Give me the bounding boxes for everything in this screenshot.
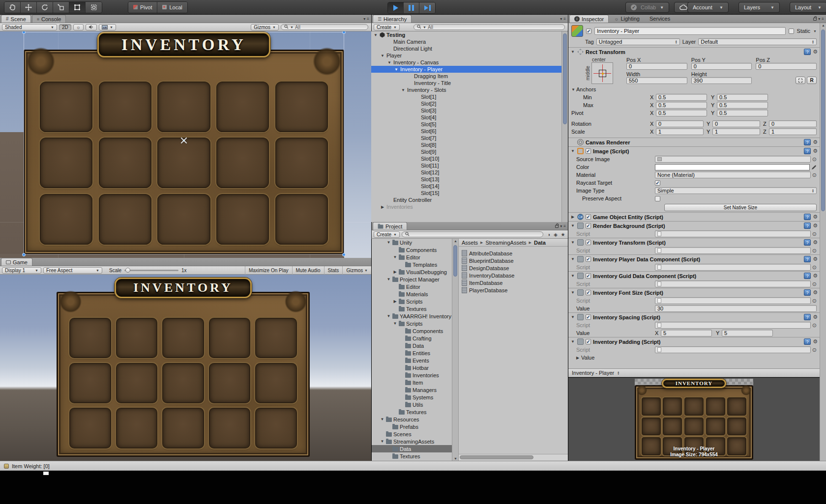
- component-enabled-checkbox[interactable]: ✓: [586, 256, 591, 262]
- 2d-toggle[interactable]: 2D: [59, 24, 71, 30]
- pos-z-field[interactable]: 0: [756, 63, 817, 70]
- aspect-dropdown[interactable]: Free Aspect▼: [43, 267, 102, 274]
- breadcrumb-assets[interactable]: Assets: [462, 240, 478, 246]
- foldout-open-icon[interactable]: ▼: [570, 290, 575, 295]
- help-book-icon[interactable]: ?: [804, 214, 811, 220]
- project-search-input[interactable]: [402, 231, 543, 237]
- scroll-up-arrow[interactable]: ▲: [820, 24, 826, 27]
- object-picker-icon[interactable]: ⊙: [812, 156, 817, 163]
- object-picker-icon[interactable]: ⊙: [812, 264, 817, 271]
- scene-panel-menu[interactable]: ▾≡: [363, 15, 369, 23]
- foldout-open-icon[interactable]: ▼: [386, 240, 391, 245]
- mute-audio-toggle[interactable]: Mute Audio: [292, 266, 324, 275]
- project-folder-row[interactable]: ▼Resources: [372, 416, 452, 423]
- foldout-open-icon[interactable]: ▼: [394, 67, 399, 72]
- move-tool-button[interactable]: [21, 2, 37, 13]
- project-file-row[interactable]: InventoryDatabase: [459, 272, 568, 279]
- game-view[interactable]: INVENTORY: [0, 275, 371, 461]
- gear-icon[interactable]: ⚙: [813, 338, 818, 345]
- hierarchy-row[interactable]: Directional Light: [371, 45, 568, 52]
- pause-button[interactable]: [404, 2, 419, 13]
- help-book-icon[interactable]: ?: [804, 148, 811, 154]
- hierarchy-row[interactable]: Slot[15]: [371, 190, 568, 196]
- project-files-hscrollbar-thumb[interactable]: [460, 455, 533, 459]
- tab-services[interactable]: Services: [645, 15, 675, 23]
- object-picker-icon[interactable]: ⊙: [812, 281, 817, 287]
- project-folder-row[interactable]: Components: [372, 327, 452, 335]
- anchors-max-x-field[interactable]: 0.5: [656, 102, 707, 109]
- script-object-field[interactable]: [655, 297, 811, 304]
- foldout-closed-icon[interactable]: ▶: [570, 215, 575, 219]
- image-type-dropdown[interactable]: Simple▲▼: [655, 187, 817, 194]
- hierarchy-row[interactable]: Slot[5]: [371, 121, 568, 128]
- local-toggle-button[interactable]: Local: [157, 2, 187, 13]
- foldout-open-icon[interactable]: ▼: [393, 255, 397, 259]
- tab-project[interactable]: Project: [373, 222, 407, 230]
- rotation-z-field[interactable]: 0: [769, 120, 817, 127]
- foldout-open-icon[interactable]: ▼: [570, 240, 575, 245]
- inspector-panel-menu[interactable]: ▾≡: [813, 15, 824, 23]
- script-component-header[interactable]: ▶C#✓Game Object Entity (Script)?⚙: [568, 212, 820, 221]
- project-folder-row[interactable]: ▶VisualDebugging: [372, 268, 452, 276]
- rect-handle-bottom-left[interactable]: [22, 253, 26, 256]
- script-object-field[interactable]: [655, 247, 811, 254]
- project-file-row[interactable]: BlueprintDatabase: [459, 257, 568, 264]
- value-foldout[interactable]: ▶Value: [568, 354, 820, 362]
- pivot-x-field[interactable]: 0.5: [656, 110, 707, 116]
- transform-gizmo[interactable]: [179, 136, 188, 145]
- object-picker-icon[interactable]: ⊙: [812, 347, 817, 353]
- display-dropdown[interactable]: Display 1▼: [2, 267, 41, 274]
- source-image-field[interactable]: [655, 156, 811, 163]
- help-book-icon[interactable]: ?: [804, 289, 811, 296]
- eyedropper-icon[interactable]: [811, 165, 817, 170]
- search-by-label-icon[interactable]: ◈: [552, 232, 559, 237]
- pos-y-field[interactable]: 0: [691, 63, 752, 70]
- raw-edit-mode-button[interactable]: R: [807, 77, 817, 84]
- script-component-header[interactable]: ▼✓Inventory Font Size (Script)?⚙: [568, 288, 820, 297]
- account-dropdown[interactable]: Account▼: [687, 2, 729, 13]
- anchors-foldout[interactable]: ▼ Anchors: [568, 85, 820, 93]
- project-folder-row[interactable]: Managers: [372, 386, 452, 393]
- anchors-min-x-field[interactable]: 0.5: [656, 94, 707, 101]
- help-book-icon[interactable]: ?: [804, 49, 811, 55]
- gear-icon[interactable]: ⚙: [813, 139, 818, 145]
- hierarchy-panel-menu[interactable]: ▾≡: [560, 15, 566, 23]
- component-enabled-checkbox[interactable]: ✓: [586, 290, 591, 295]
- project-folder-row[interactable]: Templates: [372, 261, 452, 268]
- project-folder-row[interactable]: Textures: [372, 305, 452, 312]
- project-folder-row[interactable]: ▼Editor: [372, 253, 452, 261]
- help-book-icon[interactable]: ?: [804, 223, 811, 229]
- preserve-aspect-checkbox[interactable]: [655, 196, 660, 201]
- project-folder-row[interactable]: Prefabs: [372, 423, 452, 430]
- gameobject-name-field[interactable]: Inventory - Player: [594, 27, 786, 35]
- project-file-row[interactable]: DesignDatabase: [459, 264, 568, 272]
- project-folder-row[interactable]: Systems: [372, 393, 452, 401]
- hierarchy-create-dropdown[interactable]: Create▼: [374, 24, 400, 30]
- hierarchy-row[interactable]: Slot[3]: [371, 107, 568, 114]
- stats-toggle[interactable]: Stats: [324, 266, 343, 275]
- pivot-toggle-button[interactable]: Pivot: [128, 2, 157, 13]
- help-book-icon[interactable]: ?: [804, 314, 811, 320]
- rect-tool-button[interactable]: [69, 2, 86, 13]
- help-book-icon[interactable]: ?: [804, 256, 811, 262]
- script-object-field[interactable]: [655, 280, 811, 287]
- project-folder-row[interactable]: Data: [372, 342, 452, 349]
- maximize-on-play-toggle[interactable]: Maximize On Play: [245, 266, 292, 275]
- hierarchy-row[interactable]: Main Camera: [371, 38, 568, 45]
- script-component-header[interactable]: ▼✓Render Background (Script)?⚙: [568, 221, 820, 230]
- foldout-open-icon[interactable]: ▼: [570, 149, 575, 153]
- hierarchy-row[interactable]: ▼Inventory - Slots: [371, 86, 568, 93]
- scene-search-input[interactable]: ▼ All: [281, 24, 368, 30]
- project-file-row[interactable]: ItemDatabase: [459, 279, 568, 286]
- rotation-y-field[interactable]: 0: [712, 120, 760, 127]
- foldout-open-icon[interactable]: ▼: [570, 339, 575, 344]
- scene-view[interactable]: INVENTORY: [0, 31, 371, 258]
- value-field[interactable]: 30: [655, 305, 817, 312]
- foldout-open-icon[interactable]: ▼: [387, 60, 392, 65]
- project-create-dropdown[interactable]: Create▼: [374, 231, 400, 238]
- script-object-field[interactable]: [655, 346, 811, 353]
- project-folder-row[interactable]: ▼Project Manager: [372, 276, 452, 283]
- foldout-open-icon[interactable]: ▼: [570, 257, 575, 261]
- help-book-icon[interactable]: ?: [804, 239, 811, 246]
- hierarchy-search-input[interactable]: ▼ All: [413, 24, 565, 30]
